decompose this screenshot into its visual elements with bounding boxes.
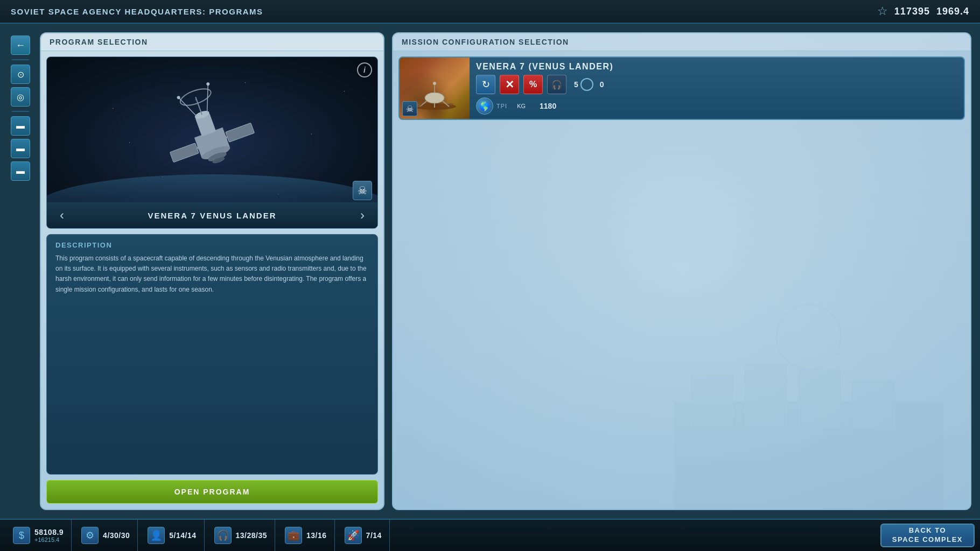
svg-line-9 [197, 148, 198, 149]
mission-icon-headphones[interactable]: 🎧 [547, 75, 566, 94]
status-currency: $ 58108.9 +16215.4 [5, 520, 72, 551]
right-panel-heading: Mission Configuration Selection [393, 33, 970, 51]
globe-icon[interactable]: 🌎 [476, 97, 493, 115]
mission-icons-row: ↻ ✕ % 🎧 5 0 [476, 75, 957, 94]
back-button-label: Back ToSpace Complex [892, 526, 963, 545]
rocket-text: 7/14 [366, 531, 382, 540]
rocket-icon: 🚀 [345, 527, 362, 544]
currency-text: 58108.9 +16215.4 [34, 528, 64, 543]
svg-rect-26 [674, 401, 943, 509]
spacecraft-image: i ☠ ‹ Venera 7 Venus Lander › [46, 56, 378, 229]
main-content: ← ⊙ ◎ ▬ ▬ ▬ Program Selection [0, 24, 980, 519]
description-text: This program consists of a spacecraft ca… [55, 253, 369, 295]
spacecraft-name: Venera 7 Venus Lander [148, 211, 277, 220]
sidebar-divider-2 [12, 111, 29, 112]
stat-0-value: 0 [600, 80, 604, 89]
stat-circle [580, 78, 593, 91]
briefcase-icon: 💼 [285, 527, 302, 544]
mission-icon-refresh[interactable]: ↻ [476, 75, 495, 94]
back-to-space-complex-button[interactable]: Back ToSpace Complex [880, 524, 975, 547]
skull-icon-badge[interactable]: ☠ [353, 181, 372, 200]
modules-icon: ▬ [16, 121, 25, 131]
tpi-label: TPI [496, 103, 507, 109]
description-title: Description [55, 241, 369, 249]
mission-bottom-row: 🌎 TPI KG 1180 [476, 97, 957, 115]
briefcase-value: 13/16 [306, 531, 327, 540]
astronaut-value: 5/14/14 [169, 531, 196, 540]
year-display: 1969.4 [936, 6, 969, 17]
right-panel: Mission Configuration Selection [392, 32, 971, 510]
mission-icon-percent[interactable]: % [523, 75, 543, 94]
astronaut-icon: 👤 [148, 527, 165, 544]
svg-rect-29 [798, 369, 841, 428]
svg-point-23 [433, 82, 436, 85]
svg-rect-8 [226, 123, 255, 142]
mission-thumbnail: ☠ [400, 58, 470, 119]
bottom-bar: $ 58108.9 +16215.4 ⚙ 4/30/30 👤 5/14/14 🎧… [0, 519, 980, 551]
mission-avatar: ☠ [402, 101, 417, 116]
currency-icon: $ [13, 527, 30, 544]
gear-icon: ⚙ [81, 527, 99, 544]
nav-strip: ‹ Venera 7 Venus Lander › [47, 202, 377, 228]
misc-icon: ▬ [16, 166, 25, 176]
kg-label: KG [517, 103, 526, 109]
sidebar-item-misc[interactable]: ▬ [11, 161, 30, 181]
svg-line-11 [179, 94, 197, 120]
status-astronaut: 👤 5/14/14 [140, 520, 204, 551]
sidebar-item-buildings[interactable]: ▬ [11, 139, 30, 158]
svg-rect-28 [744, 364, 787, 428]
svg-rect-27 [690, 375, 733, 428]
left-panel-heading: Program Selection [41, 33, 383, 51]
buildings-icon: ▬ [16, 144, 25, 153]
stat-1180: 1180 [540, 102, 556, 110]
svg-point-18 [425, 93, 444, 103]
svg-point-25 [448, 103, 453, 106]
svg-line-6 [195, 97, 202, 115]
svg-line-12 [198, 84, 217, 113]
currency-main: 58108.9 [34, 528, 64, 536]
sidebar-divider-1 [12, 59, 29, 60]
headphones-icon: 🎧 [214, 527, 232, 544]
sidebar-item-target[interactable]: ◎ [11, 87, 30, 107]
mission-icon-cancel[interactable]: ✕ [500, 75, 519, 94]
top-bar-title: Soviet Space Agency Headquarters: Progra… [11, 7, 263, 16]
svg-rect-30 [852, 380, 895, 428]
sidebar-item-modules[interactable]: ▬ [11, 116, 30, 136]
mission-card[interactable]: ☠ Venera 7 (Venus Lander) ↻ ✕ % 🎧 [398, 56, 965, 120]
top-bar: Soviet Space Agency Headquarters: Progra… [0, 0, 980, 24]
left-panel: Program Selection [40, 32, 384, 510]
sidebar: ← ⊙ ◎ ▬ ▬ ▬ [9, 32, 32, 510]
mission-title-area: Venera 7 (Venus Lander) ↻ ✕ % 🎧 5 [470, 58, 964, 119]
rocket-value: 7/14 [366, 531, 382, 540]
prev-spacecraft-button[interactable]: ‹ [54, 208, 69, 223]
mission-title: Venera 7 (Venus Lander) [476, 62, 957, 72]
star-icon: ☆ [877, 4, 888, 18]
top-bar-right: ☆ 117395 1969.4 [877, 4, 969, 18]
sidebar-item-radar[interactable]: ⊙ [11, 65, 30, 84]
gear-text: 4/30/30 [103, 531, 130, 540]
status-briefcase: 💼 13/16 [277, 520, 335, 551]
gear-value: 4/30/30 [103, 531, 130, 540]
open-program-button[interactable]: Open Program [46, 480, 378, 504]
headphones-value: 13/28/35 [236, 531, 268, 540]
svg-line-10 [226, 137, 227, 138]
status-headphones: 🎧 13/28/35 [207, 520, 276, 551]
description-section: Description This program consists of a s… [46, 234, 378, 475]
right-panel-content: Mission Configuration Selection [393, 33, 970, 509]
radar-icon: ⊙ [17, 69, 24, 80]
next-spacecraft-button[interactable]: › [355, 208, 370, 223]
svg-point-14 [206, 82, 210, 86]
status-rocket: 🚀 7/14 [337, 520, 390, 551]
currency-display: 117395 [894, 6, 930, 17]
status-gear: ⚙ 4/30/30 [74, 520, 138, 551]
target-icon: ◎ [17, 92, 24, 102]
sidebar-back-button[interactable]: ← [11, 36, 30, 55]
info-icon[interactable]: i [357, 62, 372, 77]
headphones-text: 13/28/35 [236, 531, 268, 540]
briefcase-text: 13/16 [306, 531, 327, 540]
svg-rect-7 [170, 143, 199, 163]
lander-svg [410, 79, 459, 111]
currency-sub: +16215.4 [34, 536, 64, 543]
svg-point-31 [776, 305, 841, 369]
stat-5-value: 5 [574, 80, 578, 89]
